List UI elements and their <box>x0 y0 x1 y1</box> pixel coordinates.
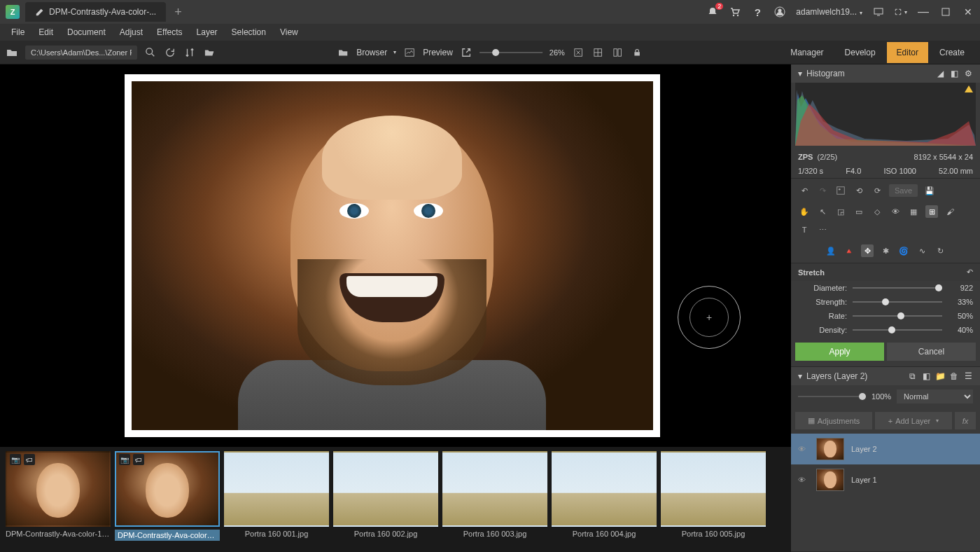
rotate-right-icon[interactable]: ⟳ <box>871 184 883 197</box>
sort-icon[interactable] <box>183 46 196 59</box>
stretch-tool-cursor[interactable]: + <box>678 286 741 349</box>
user-icon[interactable] <box>774 6 786 18</box>
module-editor[interactable]: Editor <box>887 42 928 63</box>
strength-value[interactable]: 33% <box>948 298 973 306</box>
thumb-item[interactable]: 📷🏷DPM-Contrastly-Ava-color-1.jpg <box>6 451 111 548</box>
cancel-button[interactable]: Cancel <box>887 343 976 361</box>
eye-tool-icon[interactable]: 👁 <box>889 205 902 218</box>
reconstruct-tool-icon[interactable]: ↻ <box>934 244 946 257</box>
compare-icon[interactable] <box>611 46 624 59</box>
duplicate-layer-icon[interactable]: ⧉ <box>907 371 917 381</box>
thumb-item[interactable]: Portra 160 005.jpg <box>661 451 766 548</box>
zoom-slider[interactable] <box>479 52 542 53</box>
folder-icon[interactable] <box>6 46 18 59</box>
history-image-icon[interactable] <box>834 184 847 197</box>
external-icon[interactable] <box>460 46 472 59</box>
search-icon[interactable] <box>144 46 157 59</box>
twirl-tool-icon[interactable]: 🌀 <box>897 244 910 257</box>
stretch-tool-icon[interactable]: ✥ <box>861 244 874 257</box>
adjust-tool-icon[interactable]: ▦ <box>907 205 920 218</box>
gear-icon[interactable]: ⚙ <box>963 69 973 78</box>
fit-icon[interactable] <box>572 46 584 59</box>
viewport[interactable]: + <box>0 64 791 447</box>
menu-adjust[interactable]: Adjust <box>114 25 148 39</box>
menu-document[interactable]: Document <box>62 25 111 39</box>
close-icon[interactable]: ✕ <box>962 6 974 18</box>
menu-view[interactable]: View <box>274 25 304 39</box>
layers-menu-icon[interactable]: ☰ <box>963 371 973 381</box>
rotate-left-icon[interactable]: ⟲ <box>853 184 865 197</box>
push-tool-icon[interactable]: 👤 <box>825 244 837 257</box>
open-folder-icon[interactable] <box>203 46 216 59</box>
collapse-icon[interactable]: ▾ <box>798 69 802 78</box>
density-value[interactable]: 40% <box>948 326 973 334</box>
notifications-icon[interactable]: 2 <box>706 6 719 18</box>
pointer-tool-icon[interactable]: ↖ <box>816 205 829 218</box>
cart-icon[interactable] <box>729 6 741 18</box>
browser-icon[interactable] <box>337 46 349 59</box>
maximize-icon[interactable] <box>939 6 952 18</box>
layer-item[interactable]: 👁Layer 2 <box>791 434 980 464</box>
redo-icon[interactable]: ↷ <box>816 184 829 197</box>
crop-tool-icon[interactable]: ◲ <box>834 205 847 218</box>
more-tool-icon[interactable]: ⋯ <box>816 223 829 236</box>
pucker-tool-icon[interactable]: ✱ <box>879 244 892 257</box>
text-tool-icon[interactable]: T <box>798 223 811 236</box>
thumb-item[interactable]: Portra 160 001.jpg <box>224 451 329 548</box>
hand-tool-icon[interactable]: ✋ <box>798 205 811 218</box>
diameter-value[interactable]: 922 <box>948 284 973 292</box>
rate-slider[interactable] <box>853 315 942 317</box>
thumb-item[interactable]: Portra 160 003.jpg <box>442 451 547 548</box>
thumb-item[interactable]: Portra 160 004.jpg <box>552 451 657 548</box>
menu-file[interactable]: File <box>6 25 30 39</box>
rate-value[interactable]: 50% <box>948 312 973 320</box>
strength-slider[interactable] <box>853 301 942 303</box>
thumb-item[interactable]: 📷🏷DPM-Contrastly-Ava-color-1.zps <box>115 451 220 548</box>
module-create[interactable]: Create <box>930 42 974 63</box>
blend-mode-select[interactable]: Normal <box>897 389 973 403</box>
menu-edit[interactable]: Edit <box>33 25 59 39</box>
path-input[interactable] <box>25 46 137 60</box>
layer-opacity-slider[interactable] <box>798 396 866 397</box>
brush-tool-icon[interactable]: 🖌 <box>944 205 956 218</box>
menu-effects[interactable]: Effects <box>151 25 188 39</box>
clip-highlights-icon[interactable]: ◧ <box>949 69 959 78</box>
save-button[interactable]: Save <box>889 184 918 197</box>
save-as-icon[interactable]: 💾 <box>923 184 936 197</box>
add-layer-button[interactable]: +Add Layer <box>875 412 952 429</box>
clip-shadows-icon[interactable]: ◢ <box>935 69 945 78</box>
menu-selection[interactable]: Selection <box>226 25 272 39</box>
smooth-tool-icon[interactable]: ∿ <box>916 244 928 257</box>
lasso-tool-icon[interactable]: ◇ <box>871 205 883 218</box>
document-tab[interactable]: DPM-Contrastly-Ava-color-... <box>25 2 166 22</box>
fit-1-1-icon[interactable] <box>592 46 604 59</box>
apply-button[interactable]: Apply <box>795 343 884 361</box>
menu-layer[interactable]: Layer <box>191 25 223 39</box>
lock-icon[interactable] <box>631 46 643 59</box>
username-label[interactable]: adamlwelch19... <box>796 7 862 17</box>
delete-layer-icon[interactable]: 🗑 <box>949 371 959 381</box>
diameter-slider[interactable] <box>853 287 942 289</box>
visibility-icon[interactable]: 👁 <box>798 476 809 484</box>
thumb-item[interactable]: Portra 160 002.jpg <box>333 451 438 548</box>
browser-button[interactable]: Browser <box>356 48 396 57</box>
refresh-icon[interactable] <box>164 46 176 59</box>
reset-tool-icon[interactable]: ↶ <box>967 268 973 277</box>
group-layer-icon[interactable]: 📁 <box>935 371 945 381</box>
preview-icon[interactable] <box>403 46 416 59</box>
visibility-icon[interactable]: 👁 <box>798 445 809 453</box>
minimize-icon[interactable]: — <box>917 6 930 18</box>
histogram-header[interactable]: ▾ Histogram ◢ ◧ ⚙ <box>791 64 980 83</box>
module-manager[interactable]: Manager <box>780 42 833 63</box>
adjustments-button[interactable]: ▦Adjustments <box>795 412 872 429</box>
mask-layer-icon[interactable]: ◧ <box>921 371 931 381</box>
fx-button[interactable]: fx <box>955 412 976 429</box>
warp-tool-icon[interactable]: 🔺 <box>843 244 855 257</box>
density-slider[interactable] <box>853 329 942 331</box>
add-tab-button[interactable]: + <box>169 5 188 20</box>
preview-button[interactable]: Preview <box>423 48 453 57</box>
layer-item[interactable]: 👁Layer 1 <box>791 464 980 495</box>
undo-icon[interactable]: ↶ <box>798 184 811 197</box>
collapse-icon[interactable]: ▾ <box>798 371 802 381</box>
fullscreen-icon[interactable] <box>895 6 907 18</box>
